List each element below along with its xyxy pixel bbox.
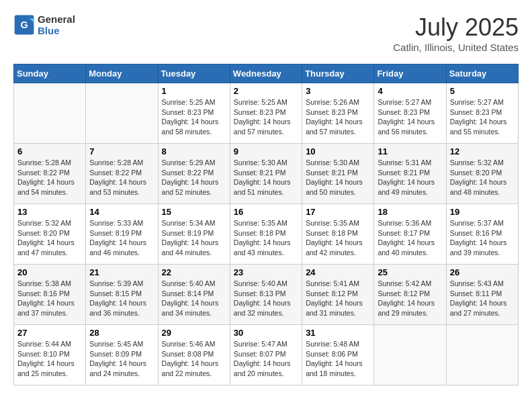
calendar-cell: 15Sunrise: 5:34 AM Sunset: 8:19 PM Dayli… [158, 204, 230, 265]
calendar-body: 1Sunrise: 5:25 AM Sunset: 8:23 PM Daylig… [14, 83, 519, 385]
calendar-cell: 28Sunrise: 5:45 AM Sunset: 8:09 PM Dayli… [86, 325, 158, 385]
day-number: 24 [306, 267, 370, 277]
day-info: Sunrise: 5:41 AM Sunset: 8:12 PM Dayligh… [306, 279, 370, 318]
day-info: Sunrise: 5:30 AM Sunset: 8:21 PM Dayligh… [306, 158, 370, 197]
week-row-2: 6Sunrise: 5:28 AM Sunset: 8:22 PM Daylig… [14, 144, 519, 204]
day-number: 7 [89, 146, 154, 156]
logo-text: General Blue [38, 13, 75, 36]
calendar-cell: 1Sunrise: 5:25 AM Sunset: 8:23 PM Daylig… [158, 83, 230, 144]
calendar-cell: 21Sunrise: 5:39 AM Sunset: 8:15 PM Dayli… [86, 265, 158, 325]
weekday-header-row: SundayMondayTuesdayWednesdayThursdayFrid… [14, 64, 519, 83]
day-info: Sunrise: 5:39 AM Sunset: 8:15 PM Dayligh… [89, 279, 154, 318]
week-row-3: 13Sunrise: 5:32 AM Sunset: 8:20 PM Dayli… [14, 204, 519, 265]
weekday-header-sunday: Sunday [14, 64, 86, 83]
location: Catlin, Illinois, United States [393, 42, 519, 53]
day-number: 25 [378, 267, 442, 277]
day-number: 29 [162, 328, 226, 338]
calendar-cell: 11Sunrise: 5:31 AM Sunset: 8:21 PM Dayli… [374, 144, 446, 204]
day-number: 1 [162, 86, 226, 96]
calendar-cell: 4Sunrise: 5:27 AM Sunset: 8:23 PM Daylig… [374, 83, 446, 144]
calendar-cell [14, 83, 86, 144]
calendar-cell: 10Sunrise: 5:30 AM Sunset: 8:21 PM Dayli… [302, 144, 374, 204]
calendar-cell: 5Sunrise: 5:27 AM Sunset: 8:23 PM Daylig… [446, 83, 518, 144]
day-number: 2 [234, 86, 298, 96]
calendar-cell: 17Sunrise: 5:35 AM Sunset: 8:18 PM Dayli… [302, 204, 374, 265]
day-number: 13 [17, 207, 82, 217]
calendar-cell: 23Sunrise: 5:40 AM Sunset: 8:13 PM Dayli… [230, 265, 302, 325]
day-info: Sunrise: 5:40 AM Sunset: 8:13 PM Dayligh… [234, 279, 298, 318]
day-number: 8 [162, 146, 226, 156]
weekday-header-saturday: Saturday [446, 64, 518, 83]
day-number: 28 [89, 328, 154, 338]
day-info: Sunrise: 5:35 AM Sunset: 8:18 PM Dayligh… [306, 218, 370, 258]
day-info: Sunrise: 5:44 AM Sunset: 8:10 PM Dayligh… [17, 339, 82, 379]
day-info: Sunrise: 5:43 AM Sunset: 8:11 PM Dayligh… [450, 279, 515, 318]
day-info: Sunrise: 5:46 AM Sunset: 8:08 PM Dayligh… [162, 339, 226, 379]
calendar-cell: 14Sunrise: 5:33 AM Sunset: 8:19 PM Dayli… [86, 204, 158, 265]
day-number: 14 [89, 207, 154, 217]
calendar-cell: 3Sunrise: 5:26 AM Sunset: 8:23 PM Daylig… [302, 83, 374, 144]
weekday-header-thursday: Thursday [302, 64, 374, 83]
calendar-cell [374, 325, 446, 385]
day-number: 20 [17, 267, 82, 277]
day-number: 3 [306, 86, 370, 96]
day-info: Sunrise: 5:48 AM Sunset: 8:06 PM Dayligh… [306, 339, 370, 379]
day-number: 18 [378, 207, 442, 217]
calendar-cell: 7Sunrise: 5:28 AM Sunset: 8:22 PM Daylig… [86, 144, 158, 204]
weekday-header-monday: Monday [86, 64, 158, 83]
day-number: 19 [450, 207, 515, 217]
page-header: G General Blue July 2025 Catlin, Illinoi… [13, 13, 519, 53]
week-row-4: 20Sunrise: 5:38 AM Sunset: 8:16 PM Dayli… [14, 265, 519, 325]
day-info: Sunrise: 5:35 AM Sunset: 8:18 PM Dayligh… [234, 218, 298, 258]
day-info: Sunrise: 5:32 AM Sunset: 8:20 PM Dayligh… [450, 158, 515, 197]
calendar-cell: 24Sunrise: 5:41 AM Sunset: 8:12 PM Dayli… [302, 265, 374, 325]
day-number: 27 [17, 328, 82, 338]
calendar-cell: 9Sunrise: 5:30 AM Sunset: 8:21 PM Daylig… [230, 144, 302, 204]
day-number: 11 [378, 146, 442, 156]
calendar-cell: 25Sunrise: 5:42 AM Sunset: 8:12 PM Dayli… [374, 265, 446, 325]
calendar-cell: 30Sunrise: 5:47 AM Sunset: 8:07 PM Dayli… [230, 325, 302, 385]
day-number: 4 [378, 86, 442, 96]
day-info: Sunrise: 5:25 AM Sunset: 8:23 PM Dayligh… [234, 97, 298, 137]
day-info: Sunrise: 5:36 AM Sunset: 8:17 PM Dayligh… [378, 218, 442, 258]
day-info: Sunrise: 5:37 AM Sunset: 8:16 PM Dayligh… [450, 218, 515, 258]
day-number: 26 [450, 267, 515, 277]
week-row-5: 27Sunrise: 5:44 AM Sunset: 8:10 PM Dayli… [14, 325, 519, 385]
day-info: Sunrise: 5:25 AM Sunset: 8:23 PM Dayligh… [162, 97, 226, 137]
month-title: July 2025 [393, 13, 519, 42]
calendar-cell: 8Sunrise: 5:29 AM Sunset: 8:22 PM Daylig… [158, 144, 230, 204]
day-number: 15 [162, 207, 226, 217]
logo-icon: G [13, 14, 35, 36]
calendar-cell: 29Sunrise: 5:46 AM Sunset: 8:08 PM Dayli… [158, 325, 230, 385]
weekday-header-friday: Friday [374, 64, 446, 83]
calendar-cell: 16Sunrise: 5:35 AM Sunset: 8:18 PM Dayli… [230, 204, 302, 265]
day-info: Sunrise: 5:30 AM Sunset: 8:21 PM Dayligh… [234, 158, 298, 197]
week-row-1: 1Sunrise: 5:25 AM Sunset: 8:23 PM Daylig… [14, 83, 519, 144]
day-info: Sunrise: 5:31 AM Sunset: 8:21 PM Dayligh… [378, 158, 442, 197]
day-number: 17 [306, 207, 370, 217]
day-number: 6 [17, 146, 82, 156]
calendar-cell: 20Sunrise: 5:38 AM Sunset: 8:16 PM Dayli… [14, 265, 86, 325]
calendar-cell [86, 83, 158, 144]
weekday-header-tuesday: Tuesday [158, 64, 230, 83]
day-info: Sunrise: 5:27 AM Sunset: 8:23 PM Dayligh… [450, 97, 515, 137]
day-info: Sunrise: 5:27 AM Sunset: 8:23 PM Dayligh… [378, 97, 442, 137]
day-number: 23 [234, 267, 298, 277]
weekday-header-wednesday: Wednesday [230, 64, 302, 83]
calendar-table: SundayMondayTuesdayWednesdayThursdayFrid… [13, 64, 519, 385]
day-info: Sunrise: 5:38 AM Sunset: 8:16 PM Dayligh… [17, 279, 82, 318]
day-number: 10 [306, 146, 370, 156]
day-info: Sunrise: 5:42 AM Sunset: 8:12 PM Dayligh… [378, 279, 442, 318]
title-block: July 2025 Catlin, Illinois, United State… [393, 13, 519, 53]
calendar-cell [446, 325, 518, 385]
day-info: Sunrise: 5:40 AM Sunset: 8:14 PM Dayligh… [162, 279, 226, 318]
day-info: Sunrise: 5:28 AM Sunset: 8:22 PM Dayligh… [89, 158, 154, 197]
day-number: 21 [89, 267, 154, 277]
calendar-cell: 13Sunrise: 5:32 AM Sunset: 8:20 PM Dayli… [14, 204, 86, 265]
calendar-cell: 18Sunrise: 5:36 AM Sunset: 8:17 PM Dayli… [374, 204, 446, 265]
svg-text:G: G [20, 19, 28, 30]
day-number: 12 [450, 146, 515, 156]
calendar-cell: 19Sunrise: 5:37 AM Sunset: 8:16 PM Dayli… [446, 204, 518, 265]
day-number: 5 [450, 86, 515, 96]
day-info: Sunrise: 5:29 AM Sunset: 8:22 PM Dayligh… [162, 158, 226, 197]
